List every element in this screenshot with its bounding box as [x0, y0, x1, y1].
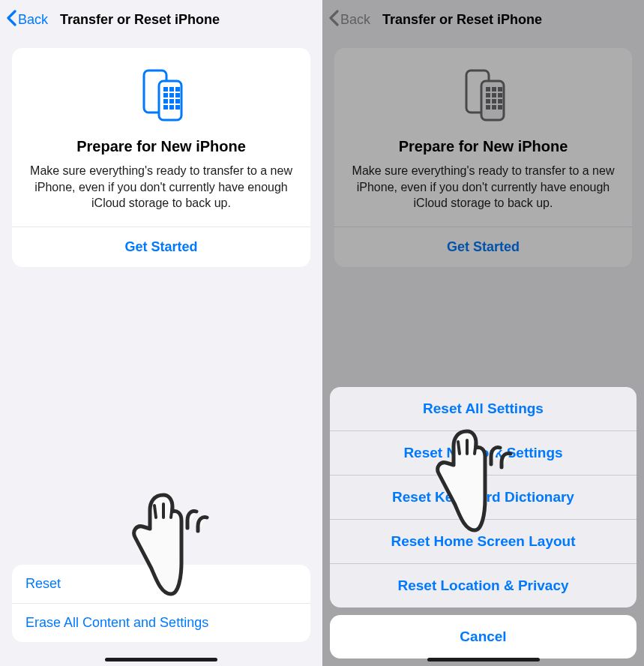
svg-rect-8 — [163, 99, 168, 104]
svg-rect-10 — [175, 99, 180, 104]
page-title: Transfer or Reset iPhone — [60, 12, 220, 28]
svg-rect-12 — [169, 105, 174, 110]
reset-all-settings-button[interactable]: Reset All Settings — [330, 387, 637, 430]
navbar: Back Transfer or Reset iPhone — [0, 0, 322, 39]
back-label: Back — [18, 12, 48, 28]
screen-transfer-reset: Back Transfer or Reset iPhone Prepare fo… — [0, 0, 322, 666]
svg-line-16 — [171, 506, 172, 518]
svg-rect-2 — [163, 87, 168, 92]
svg-rect-6 — [169, 93, 174, 98]
svg-rect-7 — [175, 93, 180, 98]
card-description: Make sure everything's ready to transfer… — [27, 163, 295, 212]
home-indicator[interactable] — [105, 658, 217, 662]
action-sheet: Reset All Settings Reset Network Setting… — [330, 387, 637, 658]
prepare-card: Prepare for New iPhone Make sure everyth… — [12, 48, 310, 267]
svg-rect-5 — [163, 93, 168, 98]
reset-home-screen-layout-button[interactable]: Reset Home Screen Layout — [330, 519, 637, 563]
reset-location-privacy-button[interactable]: Reset Location & Privacy — [330, 563, 637, 608]
reset-button[interactable]: Reset — [12, 565, 310, 603]
back-button[interactable]: Back — [6, 10, 48, 30]
transfer-iphone-icon — [27, 66, 295, 124]
bottom-list: Reset Erase All Content and Settings — [12, 565, 310, 642]
cancel-button[interactable]: Cancel — [330, 615, 637, 658]
screen-reset-sheet: Back Transfer or Reset iPhone Prepare fo… — [322, 0, 644, 666]
card-title: Prepare for New iPhone — [27, 138, 295, 155]
svg-rect-11 — [163, 105, 168, 110]
svg-rect-4 — [175, 87, 180, 92]
home-indicator[interactable] — [427, 658, 540, 662]
get-started-button[interactable]: Get Started — [12, 227, 310, 267]
reset-network-settings-button[interactable]: Reset Network Settings — [330, 430, 637, 475]
chevron-left-icon — [6, 10, 16, 30]
svg-line-14 — [154, 506, 156, 518]
svg-rect-13 — [175, 105, 180, 110]
reset-keyboard-dictionary-button[interactable]: Reset Keyboard Dictionary — [330, 475, 637, 519]
erase-all-button[interactable]: Erase All Content and Settings — [12, 603, 310, 642]
svg-rect-9 — [169, 99, 174, 104]
svg-rect-3 — [169, 87, 174, 92]
